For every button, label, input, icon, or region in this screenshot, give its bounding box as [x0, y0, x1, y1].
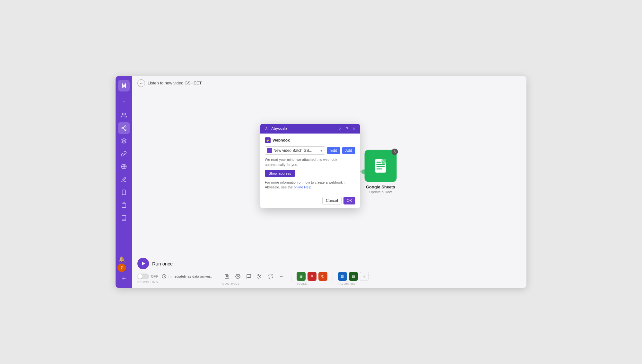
toggle-label: OFF — [151, 274, 158, 278]
svg-rect-27 — [376, 166, 385, 167]
svg-line-4 — [123, 128, 125, 129]
tool-orange-icon[interactable]: ① — [318, 272, 327, 281]
tools-section: ⊞ ✕ ① — [297, 272, 327, 281]
modal-app-icon: A — [264, 126, 269, 132]
modal: A Abyssale — ⤢ ? ✕ ⚡ Webhook — [260, 124, 360, 208]
modal-title: Abyssale — [271, 126, 328, 131]
save-icon[interactable] — [222, 272, 231, 281]
scheduling-label: SCHEDULING — [137, 281, 212, 284]
modal-footer: Cancel OK — [260, 194, 360, 208]
modal-info-text: We read your mind, we attached this webh… — [265, 157, 355, 167]
svg-point-34 — [258, 277, 259, 278]
sidebar-item-share[interactable] — [118, 122, 130, 134]
sidebar-item-home[interactable]: ⌂ — [118, 97, 130, 108]
svg-rect-28 — [376, 168, 382, 169]
tool-red-icon[interactable]: ✕ — [308, 272, 317, 281]
fav-darkgreen-icon[interactable]: ▤ — [349, 272, 358, 281]
topbar-title: Listen to new video GSHEET — [148, 81, 202, 85]
svg-point-1 — [125, 126, 126, 127]
modal-section-header: ⚡ Webhook — [265, 137, 355, 143]
sidebar-item-phone[interactable] — [118, 186, 130, 198]
modal-help-text: For more information on how to create a … — [265, 180, 355, 190]
svg-rect-11 — [123, 203, 125, 204]
add-button[interactable]: Add — [342, 147, 355, 154]
sep-2 — [291, 275, 291, 282]
favorites-section: ⊡ ▤ + — [338, 272, 369, 281]
svg-point-2 — [122, 127, 123, 129]
modal-minimize-button[interactable]: — — [330, 126, 335, 131]
settings-icon[interactable] — [233, 272, 242, 281]
edit-button[interactable]: Edit — [327, 147, 340, 154]
svg-point-33 — [258, 274, 259, 276]
google-sheets-3-label: Google Sheets — [366, 184, 395, 189]
run-once-label: Run once — [152, 261, 173, 266]
sidebar-item-link[interactable] — [118, 148, 130, 160]
notification-dot[interactable]: ? — [117, 264, 126, 272]
google-sheets-3-sublabel: Update a Row — [369, 190, 392, 194]
canvas-area: 1 Abyssale Watch New File Batch — [132, 90, 526, 255]
sidebar-item-book[interactable] — [118, 212, 130, 224]
show-address-button[interactable]: Show address — [265, 170, 295, 177]
modal-help-button[interactable]: ? — [344, 126, 350, 131]
bottom-bar: Run once OFF — [132, 255, 526, 288]
webhook-section-label: Webhook — [273, 138, 290, 143]
sidebar-item-layers[interactable] — [118, 135, 130, 147]
main-area: ← Listen to new video GSHEET — [132, 76, 526, 288]
add-favorite-button[interactable]: + — [360, 272, 369, 281]
ok-button[interactable]: OK — [343, 197, 355, 204]
webhook-section-icon: ⚡ — [265, 137, 271, 143]
modal-titlebar: A Abyssale — ⤢ ? ✕ — [260, 124, 360, 134]
scheduling-toggle[interactable] — [137, 273, 149, 279]
app-container: M ⌂ — [116, 76, 526, 288]
modal-close-button[interactable]: ✕ — [351, 126, 357, 131]
webhook-select-text: New video Batch GS... — [273, 148, 318, 153]
more-icon[interactable]: ··· — [277, 272, 286, 281]
sidebar-item-add[interactable] — [118, 273, 130, 284]
svg-point-3 — [125, 129, 126, 131]
scissors-icon[interactable] — [255, 272, 264, 281]
toggle-knob — [138, 274, 143, 279]
modal-expand-button[interactable]: ⤢ — [337, 126, 343, 131]
modal-overlay: A Abyssale — ⤢ ? ✕ ⚡ Webhook — [132, 90, 526, 255]
svg-point-32 — [237, 276, 239, 277]
schedule-text: Immediately as data arrives. — [168, 274, 212, 278]
google-sheets-update-icon: 3 — [364, 150, 396, 182]
svg-marker-6 — [122, 139, 126, 141]
webhook-select-icon — [267, 148, 272, 153]
sidebar-item-users[interactable] — [118, 109, 130, 121]
modal-help-link[interactable]: online Help — [294, 185, 311, 189]
sidebar-item-pen[interactable] — [118, 174, 130, 185]
flow-icon[interactable] — [266, 272, 275, 281]
sidebar-item-clipboard[interactable] — [118, 199, 130, 211]
cancel-button[interactable]: Cancel — [322, 197, 341, 204]
comment-icon[interactable] — [244, 272, 253, 281]
app-logo[interactable]: M — [118, 80, 130, 91]
back-button[interactable]: ← — [137, 79, 145, 87]
tools-label: TOOLS — [297, 282, 327, 285]
webhook-select[interactable]: New video Batch GS... ▼ — [265, 146, 325, 155]
webhook-select-arrow: ▼ — [320, 149, 323, 152]
controls-section: ··· — [222, 272, 286, 281]
svg-line-5 — [123, 127, 125, 128]
fav-blue-icon[interactable]: ⊡ — [338, 272, 347, 281]
svg-rect-26 — [376, 164, 385, 165]
sep-3 — [333, 275, 333, 282]
modal-body: ⚡ Webhook New video Batch GS... ▼ Edit A… — [260, 134, 360, 194]
svg-marker-30 — [142, 262, 145, 265]
svg-line-37 — [259, 275, 260, 276]
tool-green-icon[interactable]: ⊞ — [297, 272, 306, 281]
run-once-button[interactable] — [137, 258, 149, 269]
clock-icon — [162, 274, 166, 279]
run-once-row: Run once — [137, 258, 521, 269]
scheduling-row: OFF Immediately as data arrives. — [137, 273, 212, 279]
svg-rect-25 — [376, 161, 381, 162]
svg-line-36 — [260, 277, 261, 278]
sidebar-item-globe[interactable] — [118, 161, 130, 172]
controls-label: CONTROLS — [222, 282, 286, 285]
toggle-wrapper: OFF — [137, 273, 158, 279]
bell-icon[interactable]: 🔔 — [118, 256, 125, 262]
sep-1 — [217, 275, 217, 282]
schedule-info: Immediately as data arrives. — [162, 274, 212, 279]
svg-point-0 — [122, 113, 124, 115]
node-google-sheets-update[interactable]: 3 Google Sheets Update a Row — [364, 150, 396, 194]
